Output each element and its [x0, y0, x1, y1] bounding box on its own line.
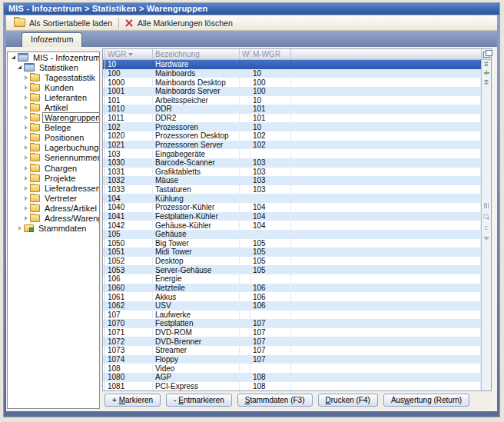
table-row[interactable]: 1060Netzteile106 — [103, 284, 481, 293]
table-row[interactable]: 102Prozessoren10 — [103, 122, 481, 131]
table-row[interactable]: 100Mainboards10 — [103, 69, 481, 78]
column-header-w[interactable]: W — [240, 49, 250, 59]
tree-node-positionen[interactable]: Positionen — [8, 133, 99, 143]
tree-node-lieferadressen[interactable]: Lieferadressen — [8, 183, 99, 193]
unmark-button[interactable]: - Entmarkieren — [166, 394, 232, 407]
tree-expand-arrow-icon[interactable] — [22, 196, 29, 201]
scroll-bottom-icon[interactable] — [482, 77, 491, 85]
columns-icon[interactable] — [482, 201, 491, 210]
table-row[interactable]: 1020Prozessoren Desktop102 — [103, 131, 481, 141]
table-row[interactable]: 10Hardware — [103, 60, 481, 69]
load-sort-table-label: Als Sortiertabelle laden — [29, 18, 112, 28]
tree-expand-arrow-icon[interactable] — [22, 186, 29, 191]
tree-expand-arrow-icon[interactable] — [22, 206, 29, 211]
table-row[interactable]: 1050Big Tower105 — [103, 239, 481, 248]
search-icon[interactable] — [482, 212, 491, 221]
table-row[interactable]: 1052Desktop105 — [103, 257, 481, 266]
tree-expand-arrow-icon[interactable] — [22, 135, 29, 140]
table-row[interactable]: 1080AGP108 — [103, 373, 481, 382]
tree-node-artikel[interactable]: Artikel — [8, 102, 99, 112]
table-row[interactable]: 1030Barcode-Scanner103 — [103, 158, 481, 168]
tree-expand-arrow-icon[interactable] — [22, 105, 29, 110]
tree-node-lieferanten[interactable]: Lieferanten — [8, 92, 99, 102]
table-row[interactable]: 1072DVD-Brenner107 — [103, 337, 481, 346]
tree-node-lagerbuchungen[interactable]: Lagerbuchungen — [8, 143, 99, 153]
table-row[interactable]: 1070Festplatten107 — [103, 319, 481, 328]
tree-expand-arrow-icon[interactable] — [22, 166, 29, 171]
tree-node-adress-artikel[interactable]: Adress/Artikel — [8, 203, 99, 213]
table-row[interactable]: 1062USV106 — [103, 301, 481, 311]
tree-expand-arrow-icon[interactable] — [22, 176, 29, 181]
table-scrollbar[interactable]: Σ — [481, 49, 491, 390]
tree-node-stammdaten[interactable]: Stammdaten — [8, 224, 99, 234]
table-row[interactable]: 1000Mainboards Desktop100 — [103, 78, 481, 87]
table-row[interactable]: 1074Floppy107 — [103, 355, 481, 364]
table-row[interactable]: 1053Server-Gehäuse105 — [103, 265, 481, 274]
tree-node-statistiken[interactable]: Statistiken — [8, 62, 99, 72]
tree-expand-arrow-icon[interactable] — [22, 75, 29, 80]
scroll-top-icon[interactable] — [482, 60, 491, 68]
column-header-bezeichnung[interactable]: Bezeichnung — [153, 49, 240, 59]
tree-node-label: Belege — [42, 122, 73, 133]
sum-icon[interactable]: Σ — [482, 224, 491, 232]
table-row[interactable]: 1032Mäuse103 — [103, 176, 481, 185]
tree-node-adress-warengruppen[interactable]: Adress/Warengruppen — [8, 214, 99, 224]
tree-node-seriennummern[interactable]: Seriennummern — [8, 153, 99, 163]
table-row[interactable]: 1071DVD-ROM107 — [103, 328, 481, 337]
tree-node-kunden[interactable]: Kunden — [8, 82, 99, 92]
table-row[interactable]: 1033Tastaturen103 — [103, 185, 481, 194]
cell-mwgr: 107 — [250, 346, 291, 355]
stammdaten-button[interactable]: Stammdaten (F3) — [237, 394, 313, 407]
tree-node-chargen[interactable]: Chargen — [8, 163, 99, 173]
tree-expand-arrow-icon[interactable] — [22, 125, 29, 130]
tree-collapse-arrow-icon[interactable] — [16, 65, 23, 69]
tree-expand-arrow-icon[interactable] — [22, 115, 29, 120]
tree-expand-arrow-icon[interactable] — [22, 145, 29, 150]
auswertung-button[interactable]: Auswertung (Return) — [383, 394, 469, 407]
clear-marks-button[interactable]: Alle Markierungen löschen — [121, 17, 237, 29]
tree-expand-arrow-icon[interactable] — [16, 226, 23, 231]
table-row[interactable]: 106Energie — [103, 274, 481, 284]
tree-node-projekte[interactable]: Projekte — [8, 173, 99, 183]
column-header-mwgr[interactable]: M-WGR — [250, 49, 291, 59]
table-row[interactable]: 1040Prozessor-Kühler104 — [103, 203, 481, 212]
tree-collapse-arrow-icon[interactable] — [10, 55, 17, 59]
mark-button[interactable]: + Markieren — [104, 394, 161, 407]
table-row[interactable]: 1041Festplatten-Kühler104 — [103, 212, 481, 221]
table-row[interactable]: 105Gehäuse — [103, 230, 481, 239]
tree-expand-arrow-icon[interactable] — [22, 85, 29, 90]
tree-node-warengruppen[interactable]: Warengruppen — [8, 113, 99, 123]
table-row[interactable]: 1042Gehäuse-Kühler104 — [103, 221, 481, 230]
table-row[interactable]: 1073Streamer107 — [103, 346, 481, 355]
load-sort-table-button[interactable]: Als Sortiertabelle laden — [9, 17, 117, 29]
tree-expand-arrow-icon[interactable] — [22, 95, 29, 100]
insert-icon[interactable] — [482, 68, 491, 77]
tree-node-vertreter[interactable]: Vertreter — [8, 193, 99, 203]
table-row[interactable]: 1081PCI-Express108 — [103, 382, 481, 391]
table-row[interactable]: 1001Mainboards Server100 — [103, 87, 481, 96]
table-row[interactable]: 1031Grafiktabletts103 — [103, 168, 481, 177]
table-row[interactable]: 1011DDR2101 — [103, 114, 481, 123]
table-row[interactable]: 1051Midi Tower105 — [103, 248, 481, 257]
table-row[interactable]: 1021Prozessoren Server102 — [103, 141, 481, 150]
table-row[interactable]: 101Arbeitsspeicher10 — [103, 96, 481, 105]
table-row[interactable]: 1010DDR101 — [103, 105, 481, 114]
cell-wgr: 1050 — [105, 239, 153, 248]
tree-node-tagesstatistik[interactable]: Tagesstatistik — [8, 72, 99, 82]
table-row[interactable]: 1061Akkus106 — [103, 292, 481, 301]
tree-expand-arrow-icon[interactable] — [22, 155, 29, 160]
column-header-wgr[interactable]: WGR — [105, 49, 153, 59]
table-row[interactable]: 108Video — [103, 364, 481, 373]
table-row[interactable]: 103Eingabegeräte — [103, 149, 481, 158]
folder-icon — [30, 94, 40, 101]
tab-infozentrum[interactable]: Infozentrum — [22, 32, 82, 47]
table-row[interactable]: 104Kühlung — [103, 194, 481, 203]
column-chooser-button[interactable] — [482, 49, 491, 60]
tree-node-belege[interactable]: Belege — [8, 123, 99, 133]
drucken-button[interactable]: Drucken (F4) — [318, 394, 378, 407]
cell-mwgr: 102 — [250, 141, 291, 150]
tree-node-mis-infozentrum[interactable]: MIS - Infozentrum — [8, 52, 99, 62]
table-row[interactable]: 107Laufwerke — [103, 311, 481, 320]
tree-expand-arrow-icon[interactable] — [22, 216, 29, 221]
filter-icon[interactable] — [482, 234, 491, 243]
